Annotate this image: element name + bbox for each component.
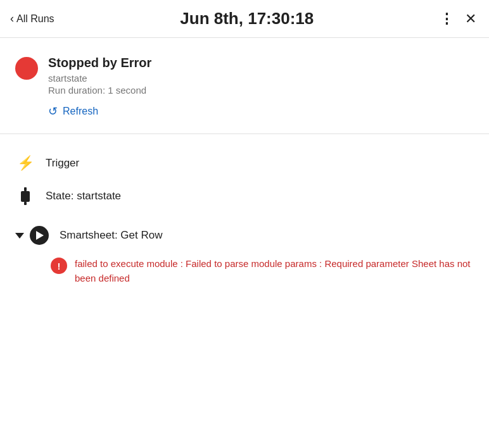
status-title: Stopped by Error	[48, 56, 151, 70]
step-state: State: startstate	[15, 180, 474, 213]
trigger-label: Trigger	[46, 157, 79, 170]
refresh-label: Refresh	[63, 106, 98, 117]
play-triangle	[36, 231, 44, 240]
play-icon	[29, 225, 49, 246]
smartsheet-label: Smartsheet: Get Row	[60, 229, 163, 242]
stopped-error-icon	[15, 57, 38, 80]
header: ‹ All Runs Jun 8th, 17:30:18 ⋮ ✕	[0, 0, 489, 38]
refresh-button[interactable]: ↺ Refresh	[48, 104, 98, 118]
error-block: ! failed to execute module : Failed to p…	[51, 254, 474, 288]
state-pin-svg	[19, 187, 32, 205]
back-button[interactable]: ‹ All Runs	[10, 12, 54, 25]
refresh-icon: ↺	[48, 104, 58, 118]
status-duration: Run duration: 1 second	[48, 85, 151, 96]
steps-section: ⚡ Trigger State: startstate Smartshe	[0, 134, 489, 301]
play-circle	[30, 226, 49, 245]
state-icon	[15, 186, 35, 206]
status-section: Stopped by Error startstate Run duration…	[0, 38, 489, 134]
state-label: State: startstate	[46, 190, 121, 202]
error-icon: !	[51, 258, 67, 274]
svg-rect-1	[21, 191, 30, 202]
status-row: Stopped by Error startstate Run duration…	[15, 56, 474, 118]
svg-rect-0	[24, 187, 27, 191]
expand-chevron-icon[interactable]	[15, 233, 24, 239]
header-actions: ⋮ ✕	[440, 11, 476, 27]
step-smartsheet: Smartsheet: Get Row	[15, 213, 474, 252]
status-state: startstate	[48, 73, 151, 84]
back-chevron-icon: ‹	[10, 12, 14, 25]
smartsheet-row-content: Smartsheet: Get Row	[29, 225, 163, 246]
step-trigger: ⚡ Trigger	[15, 147, 474, 180]
status-content: Stopped by Error startstate Run duration…	[48, 56, 151, 118]
lightning-icon: ⚡	[15, 153, 35, 173]
error-message: failed to execute module : Failed to par…	[75, 257, 474, 285]
svg-rect-2	[24, 202, 27, 205]
close-icon[interactable]: ✕	[465, 11, 476, 27]
back-label: All Runs	[16, 13, 54, 25]
page-title: Jun 8th, 17:30:18	[180, 9, 314, 28]
error-exclaim: !	[58, 261, 61, 271]
more-icon[interactable]: ⋮	[440, 12, 455, 26]
